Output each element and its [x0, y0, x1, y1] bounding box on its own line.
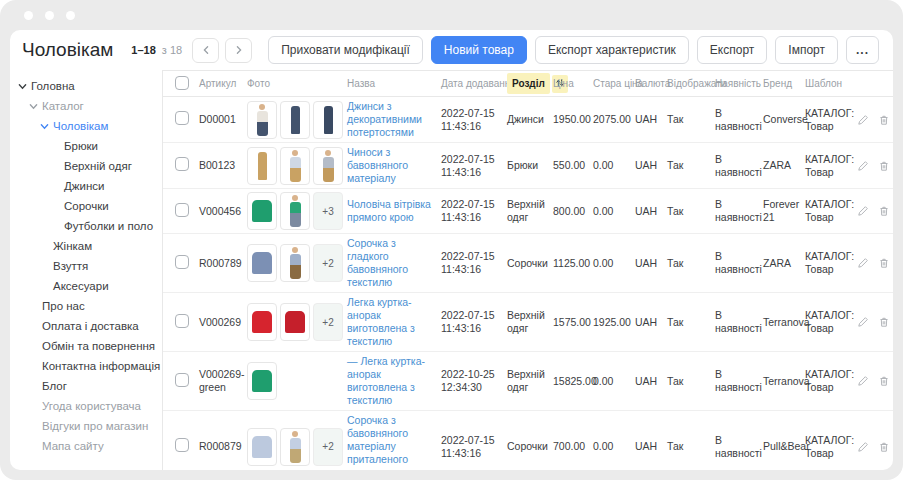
- sidebar-item-label: Верхній одяг: [64, 160, 132, 172]
- delete-icon[interactable]: [878, 375, 890, 387]
- old-price-cell: 0.00: [593, 257, 635, 270]
- sidebar-item[interactable]: Жінкам: [10, 236, 162, 256]
- column-header-name[interactable]: Назва: [347, 78, 441, 89]
- product-name-link[interactable]: Джинси з декоративними потертостями: [347, 100, 422, 138]
- product-name-link[interactable]: Сорочка з гладкого бавовняного текстилю: [347, 237, 408, 288]
- product-photo: [247, 147, 277, 185]
- sidebar-item[interactable]: Оплата і доставка: [10, 316, 162, 336]
- prev-page-button[interactable]: [192, 38, 219, 63]
- sidebar-item[interactable]: Відгуки про магазин: [10, 416, 162, 436]
- sidebar-item-label: Відгуки про магазин: [42, 420, 148, 432]
- row-checkbox[interactable]: [175, 314, 189, 328]
- edit-icon[interactable]: [857, 316, 869, 328]
- product-name-link[interactable]: — Легка куртка-анорак виготовлена з текс…: [347, 355, 425, 406]
- app-window: Чоловікам 1–18 з 18 Приховати модифікаці…: [0, 0, 903, 480]
- photos-cell: +2: [247, 303, 347, 341]
- next-page-button[interactable]: [225, 38, 252, 63]
- delete-icon[interactable]: [878, 160, 890, 172]
- brand-cell: Terranova: [763, 316, 805, 329]
- template-cell: КАТАЛОГ: Товар: [805, 309, 857, 335]
- sidebar-item[interactable]: Обмін та повернення: [10, 336, 162, 356]
- row-checkbox[interactable]: [175, 255, 189, 269]
- sidebar-item[interactable]: Джинси: [10, 176, 162, 196]
- edit-icon[interactable]: [857, 114, 869, 126]
- row-checkbox[interactable]: [175, 111, 189, 125]
- sidebar-item[interactable]: Блог: [10, 376, 162, 396]
- sidebar-item[interactable]: Чоловікам: [10, 116, 162, 136]
- table-row: B00123 Чиноси з бавовняного матеріалу 20…: [163, 143, 893, 189]
- row-checkbox[interactable]: [175, 438, 189, 452]
- delete-icon[interactable]: [878, 114, 890, 126]
- edit-icon[interactable]: [857, 375, 869, 387]
- sidebar-item[interactable]: Верхній одяг: [10, 156, 162, 176]
- column-header-brand[interactable]: Бренд: [763, 78, 805, 89]
- edit-icon[interactable]: [857, 441, 869, 453]
- column-header-display[interactable]: Відображати: [667, 78, 715, 89]
- pagination: 1–18 з 18: [131, 38, 252, 63]
- brand-cell: Terranova: [763, 375, 805, 388]
- photos-cell: [247, 362, 347, 400]
- sidebar-item[interactable]: Головна: [10, 76, 162, 96]
- window-control-dot: [24, 11, 33, 20]
- delete-icon[interactable]: [878, 441, 890, 453]
- product-name-link[interactable]: Легка куртка-анорак виготовлена з тексти…: [347, 296, 415, 347]
- products-table: Артикул Фото Назва Дата додавання Розділ…: [162, 70, 893, 470]
- product-name-link[interactable]: Чиноси з бавовняного матеріалу: [347, 146, 408, 184]
- old-price-cell: 0.00: [593, 205, 635, 218]
- sidebar-item[interactable]: Сорочки: [10, 196, 162, 216]
- column-header-photo[interactable]: Фото: [247, 78, 347, 89]
- sidebar-item[interactable]: Каталог: [10, 96, 162, 116]
- product-name-link[interactable]: Чоловіча вітрівка прямого крою: [347, 198, 431, 223]
- sidebar-item[interactable]: Мапа сайту: [10, 436, 162, 456]
- sidebar-item[interactable]: Брюки: [10, 136, 162, 156]
- delete-icon[interactable]: [878, 257, 890, 269]
- sku-cell: V000269: [199, 316, 247, 329]
- sidebar-item[interactable]: Угода користувача: [10, 396, 162, 416]
- sidebar-item-label: Оплата і доставка: [42, 320, 139, 332]
- export-button[interactable]: Експорт: [697, 36, 767, 64]
- edit-icon[interactable]: [857, 257, 869, 269]
- more-photos-badge: +3: [313, 192, 343, 230]
- sidebar-item-label: Угода користувача: [42, 400, 141, 412]
- column-header-old-price[interactable]: Стара ціна: [593, 78, 635, 89]
- delete-icon[interactable]: [878, 205, 890, 217]
- import-button[interactable]: Імпорт: [775, 36, 838, 64]
- date-cell: 2022-07-15 11:43:16: [441, 250, 507, 276]
- column-header-price[interactable]: Ціна: [553, 78, 593, 89]
- delete-icon[interactable]: [878, 316, 890, 328]
- product-name-link[interactable]: Сорочка з бавовняного матеріалу притален…: [347, 414, 408, 470]
- more-actions-button[interactable]: ...: [846, 36, 879, 64]
- column-header-date[interactable]: Дата додавання: [441, 78, 507, 89]
- availability-cell: В наявності: [715, 198, 763, 224]
- hide-modifications-button[interactable]: Приховати модифікації: [268, 36, 423, 64]
- column-header-template[interactable]: Шаблон: [805, 78, 857, 89]
- column-header-section[interactable]: Розділ: [507, 73, 550, 94]
- sidebar-item[interactable]: Футболки и поло: [10, 216, 162, 236]
- row-checkbox[interactable]: [175, 373, 189, 387]
- sidebar-item[interactable]: Про нас: [10, 296, 162, 316]
- section-cell: Сорочки: [507, 257, 553, 270]
- edit-icon[interactable]: [857, 205, 869, 217]
- export-characteristics-button[interactable]: Експорт характеристик: [535, 36, 689, 64]
- currency-cell: UAH: [635, 375, 667, 388]
- old-price-cell: 2075.00: [593, 113, 635, 126]
- product-photo: [280, 244, 310, 282]
- select-all-checkbox[interactable]: [175, 76, 189, 90]
- section-cell: Верхній одяг: [507, 198, 553, 224]
- sidebar-item[interactable]: Аксесуари: [10, 276, 162, 296]
- new-product-button[interactable]: Новий товар: [431, 36, 527, 64]
- sidebar-item[interactable]: Контактна інформація: [10, 356, 162, 376]
- column-header-currency[interactable]: Валюта: [635, 78, 667, 89]
- row-checkbox[interactable]: [175, 203, 189, 217]
- date-cell: 2022-07-15 11:43:16: [441, 434, 507, 460]
- photos-cell: +2: [247, 244, 347, 282]
- column-header-article[interactable]: Артикул: [199, 78, 247, 89]
- old-price-cell: 1925.00: [593, 316, 635, 329]
- column-header-availability[interactable]: Наявність: [715, 78, 763, 89]
- sidebar-item-label: Каталог: [42, 100, 84, 112]
- table-row: V000269-green — Легка куртка-анорак виго…: [163, 352, 893, 411]
- row-checkbox[interactable]: [175, 157, 189, 171]
- edit-icon[interactable]: [857, 160, 869, 172]
- sidebar-item[interactable]: Взуття: [10, 256, 162, 276]
- template-cell: КАТАЛОГ: Товар: [805, 368, 857, 394]
